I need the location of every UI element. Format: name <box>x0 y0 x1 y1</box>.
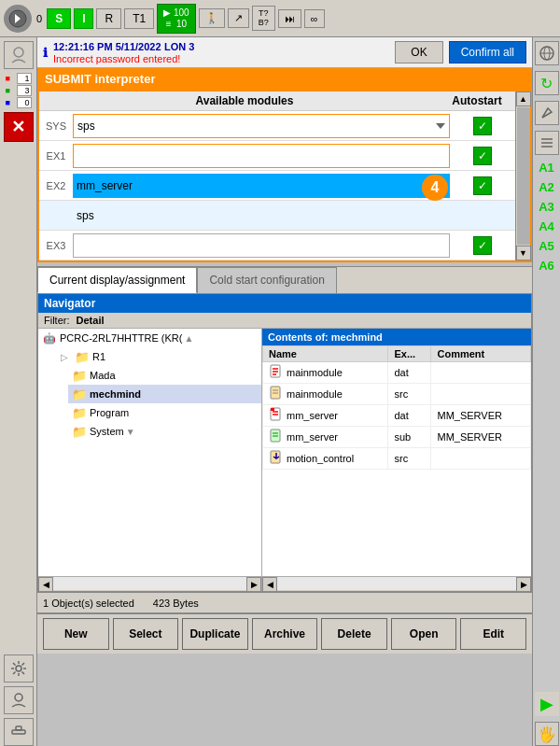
filter-value: Detail <box>77 315 105 326</box>
tree-item-system[interactable]: 📁 System ▼ <box>68 422 261 441</box>
btn-s[interactable]: S <box>47 8 71 29</box>
btn-skip[interactable]: ⏭ <box>278 9 301 28</box>
right-label-a6[interactable]: A6 <box>539 259 554 273</box>
checkbox-ex1[interactable]: ✓ <box>473 147 492 165</box>
module-input-ex3[interactable] <box>73 233 450 258</box>
sidebar-robot-btn[interactable] <box>4 41 34 69</box>
btn-r[interactable]: R <box>96 8 121 29</box>
sidebar-tool-btn[interactable] <box>4 718 34 746</box>
tree-down-arrow[interactable]: ▼ <box>126 427 135 437</box>
tree-label-mada: Mada <box>90 370 116 381</box>
tree-expand-arrow[interactable]: ▲ <box>184 333 193 344</box>
tree-scroll[interactable]: 🤖 PCRC-2RL7HHTTRE (KR( ▲ ▷ 📁 R1 📁 Mada <box>38 329 261 576</box>
file-icon-3 <box>269 407 284 424</box>
right-label-a3[interactable]: A3 <box>539 200 554 214</box>
module-label-ex2: EX2 <box>39 180 73 191</box>
scroll-down-arrow[interactable]: ▼ <box>516 246 531 260</box>
tree-item-mechmind[interactable]: 📁 mechmind <box>68 385 261 403</box>
navigator-panel: Navigator Filter: Detail 🤖 PCRC-2RL7HHTT… <box>37 293 532 592</box>
table-row[interactable]: mainmodule src <box>263 384 531 405</box>
contents-hscroll[interactable]: ◀ ▶ <box>262 577 531 591</box>
btn-i[interactable]: I <box>74 8 93 29</box>
tree-item-r1[interactable]: ▷ 📁 R1 <box>53 347 261 366</box>
file-name-text-1: mainmodule <box>287 367 343 378</box>
checkbox-ex2[interactable]: ✓ <box>473 176 492 195</box>
tree-item-mada[interactable]: 📁 Mada <box>68 366 261 385</box>
contents-hscroll-right[interactable]: ▶ <box>516 577 531 592</box>
file-ext-4: sub <box>388 427 431 448</box>
hscroll-container: ◀ ▶ ◀ ▶ <box>38 576 531 591</box>
right-btn-lines[interactable] <box>535 131 559 155</box>
right-btn-tool[interactable] <box>535 101 559 125</box>
file-icon-5 <box>269 450 284 467</box>
tab-current-display[interactable]: Current display/assignment <box>37 267 197 293</box>
tree-hscroll[interactable]: ◀ ▶ <box>38 577 262 591</box>
table-row[interactable]: mm_server sub MM_SERVER <box>263 427 531 448</box>
file-ext-5: src <box>388 448 431 470</box>
btn-t1[interactable]: T1 <box>124 8 154 29</box>
svg-point-3 <box>15 694 22 701</box>
autostart-sys: ✓ <box>450 117 515 135</box>
file-icon-4 <box>269 429 284 445</box>
btn-arrow[interactable]: ↗ <box>228 8 249 28</box>
checkbox-sys[interactable]: ✓ <box>473 117 492 135</box>
module-row-sys: SYS ✓ <box>39 111 515 141</box>
right-label-a2[interactable]: A2 <box>539 180 554 194</box>
module-selected-ex2[interactable]: mm_server <box>73 174 450 198</box>
archive-button[interactable]: Archive <box>252 618 318 650</box>
new-button[interactable]: New <box>43 618 109 650</box>
folder-icon-program: 📁 <box>72 405 87 420</box>
submit-scrollbar-v[interactable]: ▲ ▼ <box>515 91 530 260</box>
duplicate-button[interactable]: Duplicate <box>182 618 248 650</box>
right-btn-globe[interactable] <box>535 41 559 65</box>
right-btn-play[interactable]: ▶ <box>535 692 559 716</box>
app-logo <box>4 5 32 33</box>
checkbox-ex3[interactable]: ✓ <box>473 236 492 255</box>
tree-hscroll-right[interactable]: ▶ <box>246 577 261 592</box>
contents-hscroll-track[interactable] <box>277 577 516 590</box>
tree-item-robot[interactable]: 🤖 PCRC-2RL7HHTTRE (KR( ▲ <box>38 329 261 347</box>
close-button[interactable]: ✕ <box>4 112 34 142</box>
right-label-a5[interactable]: A5 <box>539 239 554 253</box>
delete-button[interactable]: Delete <box>321 618 387 650</box>
contents-hscroll-left[interactable]: ◀ <box>262 577 277 592</box>
table-row[interactable]: mm_server dat MM_SERVER <box>263 405 531 427</box>
module-input-ex1[interactable] <box>73 144 450 168</box>
selected-count: 1 Object(s) selected <box>43 598 134 609</box>
edit-button[interactable]: Edit <box>460 618 526 650</box>
tree-label-system: System <box>90 426 124 437</box>
tree-hscroll-track[interactable] <box>53 577 246 590</box>
module-input-sys[interactable] <box>73 114 450 138</box>
sidebar-user-btn[interactable] <box>4 686 34 714</box>
module-row-ex2-container: EX2 mm_server ✓ sps 4 <box>39 171 515 231</box>
scroll-thumb[interactable] <box>517 107 530 245</box>
confirm-all-button[interactable]: Confirm all <box>449 41 526 63</box>
right-label-a4[interactable]: A4 <box>539 219 554 233</box>
file-ext-2: src <box>388 384 431 405</box>
btn-walk[interactable]: 🚶 <box>199 8 225 28</box>
ok-button[interactable]: OK <box>395 41 442 63</box>
file-name-2: mainmodule <box>263 384 388 405</box>
scroll-up-arrow[interactable]: ▲ <box>516 91 531 106</box>
btn-infinity[interactable]: ∞ <box>304 9 325 28</box>
tree-item-program[interactable]: 📁 Program <box>68 403 261 422</box>
tree-hscroll-left[interactable]: ◀ <box>38 577 53 592</box>
file-comment-3: MM_SERVER <box>431 405 531 427</box>
file-comment-5 <box>431 448 531 470</box>
open-button[interactable]: Open <box>391 618 457 650</box>
sidebar-settings-btn[interactable] <box>4 655 34 683</box>
select-button[interactable]: Select <box>113 618 179 650</box>
module-label-ex3: EX3 <box>39 240 73 251</box>
submit-panel-title: SUBMIT interpreter <box>37 68 532 90</box>
btn-play[interactable]: ▶ 100≡ 10 <box>157 4 195 34</box>
notif-time: 12:21:16 PM 5/11/2022 <box>53 41 161 52</box>
btn-tb[interactable]: T?B? <box>252 6 275 32</box>
right-label-a1[interactable]: A1 <box>539 161 554 175</box>
table-row[interactable]: mainmodule dat <box>263 362 531 384</box>
tab-cold-start[interactable]: Cold start configuration <box>197 267 336 293</box>
right-btn-arrow[interactable]: ↻ <box>535 71 559 95</box>
right-btn-hand[interactable]: 🖐 <box>535 722 559 746</box>
counter-val-3: 0 <box>17 97 32 108</box>
table-row[interactable]: motion_control src <box>263 448 531 470</box>
module-label-ex1: EX1 <box>39 150 73 162</box>
